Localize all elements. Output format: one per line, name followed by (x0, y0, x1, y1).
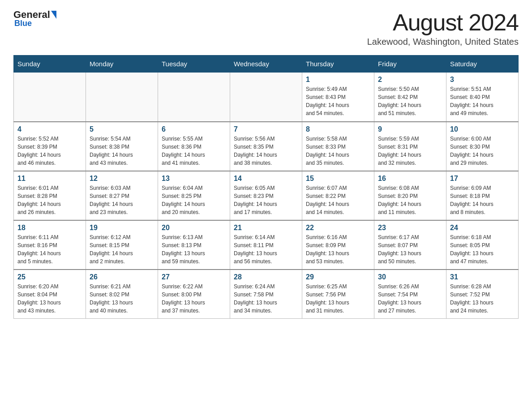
calendar-cell: 4Sunrise: 5:52 AM Sunset: 8:39 PM Daylig… (14, 122, 86, 171)
day-info: Sunrise: 5:54 AM Sunset: 8:38 PM Dayligh… (90, 135, 154, 167)
calendar-cell: 18Sunrise: 6:11 AM Sunset: 8:16 PM Dayli… (14, 220, 86, 270)
calendar-cell: 26Sunrise: 6:21 AM Sunset: 8:02 PM Dayli… (86, 270, 158, 319)
calendar-week-3: 11Sunrise: 6:01 AM Sunset: 8:28 PM Dayli… (14, 171, 519, 220)
day-number: 24 (450, 224, 515, 232)
calendar-cell: 25Sunrise: 6:20 AM Sunset: 8:04 PM Dayli… (14, 270, 86, 319)
day-info: Sunrise: 6:11 AM Sunset: 8:16 PM Dayligh… (17, 233, 82, 265)
day-header-friday: Friday (374, 56, 446, 73)
page-header: General Blue August 2024 Lakewood, Washi… (13, 9, 519, 47)
calendar-week-2: 4Sunrise: 5:52 AM Sunset: 8:39 PM Daylig… (14, 122, 519, 171)
day-number: 27 (162, 273, 226, 281)
day-header-monday: Monday (86, 56, 158, 73)
day-info: Sunrise: 6:07 AM Sunset: 8:22 PM Dayligh… (306, 184, 370, 216)
day-number: 7 (234, 125, 298, 133)
calendar-cell: 27Sunrise: 6:22 AM Sunset: 8:00 PM Dayli… (158, 270, 230, 319)
logo: General Blue (13, 9, 57, 28)
day-info: Sunrise: 5:52 AM Sunset: 8:39 PM Dayligh… (17, 135, 82, 167)
page-subtitle: Lakewood, Washington, United States (367, 37, 519, 47)
day-number: 12 (90, 175, 154, 183)
calendar-cell: 10Sunrise: 6:00 AM Sunset: 8:30 PM Dayli… (446, 122, 519, 171)
day-info: Sunrise: 6:08 AM Sunset: 8:20 PM Dayligh… (378, 184, 442, 216)
calendar-cell: 8Sunrise: 5:58 AM Sunset: 8:33 PM Daylig… (302, 122, 374, 171)
day-number: 9 (378, 125, 442, 133)
day-info: Sunrise: 6:01 AM Sunset: 8:28 PM Dayligh… (17, 184, 82, 216)
calendar-cell: 3Sunrise: 5:51 AM Sunset: 8:40 PM Daylig… (446, 73, 519, 122)
day-info: Sunrise: 6:09 AM Sunset: 8:18 PM Dayligh… (450, 184, 515, 216)
day-info: Sunrise: 6:20 AM Sunset: 8:04 PM Dayligh… (17, 283, 82, 315)
day-number: 13 (162, 175, 226, 183)
calendar-cell: 21Sunrise: 6:14 AM Sunset: 8:11 PM Dayli… (230, 220, 302, 270)
day-info: Sunrise: 6:25 AM Sunset: 7:56 PM Dayligh… (306, 283, 370, 315)
day-number: 29 (306, 273, 370, 281)
day-info: Sunrise: 6:21 AM Sunset: 8:02 PM Dayligh… (90, 283, 154, 315)
day-info: Sunrise: 6:28 AM Sunset: 7:52 PM Dayligh… (450, 283, 515, 315)
day-header-thursday: Thursday (302, 56, 374, 73)
day-number: 30 (378, 273, 442, 281)
calendar-cell (158, 73, 230, 122)
day-info: Sunrise: 5:58 AM Sunset: 8:33 PM Dayligh… (306, 135, 370, 167)
day-number: 23 (378, 224, 442, 232)
calendar-cell: 19Sunrise: 6:12 AM Sunset: 8:15 PM Dayli… (86, 220, 158, 270)
calendar-cell (14, 73, 86, 122)
day-info: Sunrise: 6:22 AM Sunset: 8:00 PM Dayligh… (162, 283, 226, 315)
day-header-wednesday: Wednesday (230, 56, 302, 73)
calendar-week-5: 25Sunrise: 6:20 AM Sunset: 8:04 PM Dayli… (14, 270, 519, 319)
calendar-cell: 23Sunrise: 6:17 AM Sunset: 8:07 PM Dayli… (374, 220, 446, 270)
calendar-cell: 22Sunrise: 6:16 AM Sunset: 8:09 PM Dayli… (302, 220, 374, 270)
calendar-cell (86, 73, 158, 122)
day-number: 22 (306, 224, 370, 232)
calendar-cell: 7Sunrise: 5:56 AM Sunset: 8:35 PM Daylig… (230, 122, 302, 171)
day-info: Sunrise: 6:16 AM Sunset: 8:09 PM Dayligh… (306, 233, 370, 265)
calendar-cell: 29Sunrise: 6:25 AM Sunset: 7:56 PM Dayli… (302, 270, 374, 319)
day-number: 4 (17, 125, 82, 133)
calendar-cell: 6Sunrise: 5:55 AM Sunset: 8:36 PM Daylig… (158, 122, 230, 171)
calendar-cell: 9Sunrise: 5:59 AM Sunset: 8:31 PM Daylig… (374, 122, 446, 171)
calendar-cell: 5Sunrise: 5:54 AM Sunset: 8:38 PM Daylig… (86, 122, 158, 171)
day-number: 28 (234, 273, 298, 281)
day-info: Sunrise: 6:14 AM Sunset: 8:11 PM Dayligh… (234, 233, 298, 265)
day-info: Sunrise: 6:26 AM Sunset: 7:54 PM Dayligh… (378, 283, 442, 315)
day-info: Sunrise: 5:51 AM Sunset: 8:40 PM Dayligh… (450, 85, 515, 117)
calendar-cell: 30Sunrise: 6:26 AM Sunset: 7:54 PM Dayli… (374, 270, 446, 319)
logo-triangle-icon (51, 11, 56, 19)
day-number: 21 (234, 224, 298, 232)
day-number: 5 (90, 125, 154, 133)
day-info: Sunrise: 5:50 AM Sunset: 8:42 PM Dayligh… (378, 85, 442, 117)
calendar-cell: 16Sunrise: 6:08 AM Sunset: 8:20 PM Dayli… (374, 171, 446, 220)
title-block: August 2024 Lakewood, Washington, United… (367, 9, 519, 47)
day-number: 18 (17, 224, 82, 232)
day-info: Sunrise: 5:49 AM Sunset: 8:43 PM Dayligh… (306, 85, 370, 117)
day-number: 11 (17, 175, 82, 183)
day-info: Sunrise: 5:59 AM Sunset: 8:31 PM Dayligh… (378, 135, 442, 167)
day-number: 1 (306, 76, 370, 84)
day-info: Sunrise: 6:12 AM Sunset: 8:15 PM Dayligh… (90, 233, 154, 265)
calendar-cell: 17Sunrise: 6:09 AM Sunset: 8:18 PM Dayli… (446, 171, 519, 220)
calendar-header-row: SundayMondayTuesdayWednesdayThursdayFrid… (14, 56, 519, 73)
calendar-cell: 11Sunrise: 6:01 AM Sunset: 8:28 PM Dayli… (14, 171, 86, 220)
day-info: Sunrise: 6:04 AM Sunset: 8:25 PM Dayligh… (162, 184, 226, 216)
calendar-cell: 1Sunrise: 5:49 AM Sunset: 8:43 PM Daylig… (302, 73, 374, 122)
calendar-cell (230, 73, 302, 122)
day-number: 3 (450, 76, 515, 84)
calendar-cell: 20Sunrise: 6:13 AM Sunset: 8:13 PM Dayli… (158, 220, 230, 270)
day-number: 31 (450, 273, 515, 281)
day-info: Sunrise: 6:05 AM Sunset: 8:23 PM Dayligh… (234, 184, 298, 216)
calendar-week-1: 1Sunrise: 5:49 AM Sunset: 8:43 PM Daylig… (14, 73, 519, 122)
day-header-saturday: Saturday (446, 56, 519, 73)
day-info: Sunrise: 5:56 AM Sunset: 8:35 PM Dayligh… (234, 135, 298, 167)
calendar-cell: 12Sunrise: 6:03 AM Sunset: 8:27 PM Dayli… (86, 171, 158, 220)
day-number: 6 (162, 125, 226, 133)
day-info: Sunrise: 5:55 AM Sunset: 8:36 PM Dayligh… (162, 135, 226, 167)
day-header-sunday: Sunday (14, 56, 86, 73)
calendar-cell: 14Sunrise: 6:05 AM Sunset: 8:23 PM Dayli… (230, 171, 302, 220)
day-number: 19 (90, 224, 154, 232)
day-number: 8 (306, 125, 370, 133)
day-number: 16 (378, 175, 442, 183)
calendar-cell: 31Sunrise: 6:28 AM Sunset: 7:52 PM Dayli… (446, 270, 519, 319)
day-number: 15 (306, 175, 370, 183)
day-number: 25 (17, 273, 82, 281)
day-info: Sunrise: 6:17 AM Sunset: 8:07 PM Dayligh… (378, 233, 442, 265)
page-title: August 2024 (367, 9, 519, 36)
day-header-tuesday: Tuesday (158, 56, 230, 73)
day-number: 26 (90, 273, 154, 281)
